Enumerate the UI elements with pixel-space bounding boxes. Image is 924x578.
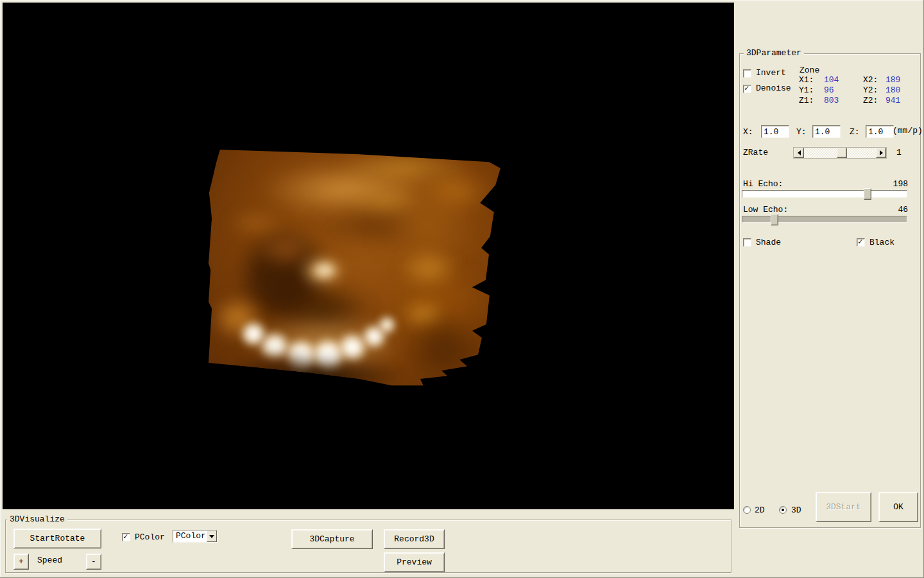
shade-label: Shade xyxy=(756,238,781,247)
arrow-left-icon xyxy=(795,150,801,155)
zone-x2-value: 189 xyxy=(886,75,900,85)
low-echo-slider-thumb[interactable] xyxy=(771,214,778,225)
start-3d-button[interactable]: 3DStart xyxy=(816,492,871,522)
zone-z2-label: Z2: xyxy=(863,96,878,105)
zone-z1-label: Z1: xyxy=(799,96,814,105)
scale-x-label: X: xyxy=(743,127,753,137)
mode-2d-label: 2D xyxy=(755,505,765,515)
zone-z1-value: 803 xyxy=(824,96,839,105)
pcolor-label: PColor xyxy=(135,532,165,542)
volume-texture-blob xyxy=(398,247,459,289)
zone-title: Zone xyxy=(800,66,819,75)
record-3d-button[interactable]: Record3D xyxy=(384,529,445,549)
capture-3d-button[interactable]: 3DCapture xyxy=(291,529,373,549)
volume-texture-blob xyxy=(228,356,407,395)
mode-3d-label: 3D xyxy=(791,505,801,515)
speed-increase-button[interactable]: + xyxy=(13,554,29,570)
ok-button[interactable]: OK xyxy=(878,492,918,522)
chevron-down-icon xyxy=(209,535,214,541)
denoise-checkbox[interactable] xyxy=(743,85,751,93)
zrate-value: 1 xyxy=(896,148,902,157)
scale-unit-label: (mm/p) xyxy=(893,126,923,136)
scale-z-input[interactable] xyxy=(866,125,894,138)
parameter-groupbox: 3DParameter Invert Denoise Zone X1: 104 … xyxy=(739,53,921,528)
speed-decrease-button[interactable]: - xyxy=(86,554,101,570)
scale-y-label: Y: xyxy=(796,127,807,137)
zone-y2-value: 180 xyxy=(886,85,900,95)
invert-checkbox[interactable] xyxy=(743,69,751,78)
parameter-groupbox-title: 3DParameter xyxy=(744,48,804,58)
low-echo-value: 46 xyxy=(875,205,908,215)
zone-y1-value: 96 xyxy=(824,85,834,95)
render-viewport[interactable] xyxy=(3,3,734,509)
application-window: { "viewport": { "description": "3D ultra… xyxy=(0,0,924,578)
visualize-groupbox-title: 3DVisualize xyxy=(7,514,67,524)
zrate-scroll-right-button[interactable] xyxy=(876,148,886,158)
zone-y1-label: Y1: xyxy=(799,85,814,95)
hi-echo-slider-thumb[interactable] xyxy=(864,188,871,200)
pcolor-select-drop-button[interactable] xyxy=(207,530,217,542)
hi-echo-slider[interactable] xyxy=(742,190,907,198)
scale-z-label: Z: xyxy=(850,127,860,137)
ultrasound-volume-render xyxy=(209,148,504,389)
hi-echo-label: Hi Echo: xyxy=(743,179,783,189)
scale-y-input[interactable] xyxy=(812,125,841,138)
zrate-scroll-thumb[interactable] xyxy=(837,148,847,158)
volume-texture-blob xyxy=(311,260,338,281)
zone-x1-label: X1: xyxy=(799,75,814,85)
denoise-label: Denoise xyxy=(756,83,791,93)
arrow-right-icon xyxy=(880,150,886,155)
black-checkbox[interactable] xyxy=(857,238,865,247)
scale-x-input[interactable] xyxy=(761,125,789,138)
pcolor-select[interactable]: PColor xyxy=(173,530,218,543)
zone-x2-label: X2: xyxy=(863,75,878,85)
hi-echo-value: 198 xyxy=(875,179,908,189)
black-label: Black xyxy=(869,238,894,247)
volume-crescent-segment xyxy=(377,315,397,335)
start-rotate-button[interactable]: StartRotate xyxy=(13,529,101,548)
pcolor-select-value: PColor xyxy=(176,531,206,541)
volume-texture-blob xyxy=(401,308,484,385)
low-echo-label: Low Echo: xyxy=(743,205,788,215)
zone-z2-value: 941 xyxy=(886,96,900,105)
mode-3d-radio[interactable] xyxy=(779,506,787,514)
low-echo-slider[interactable] xyxy=(742,216,907,223)
invert-label: Invert xyxy=(756,68,786,78)
zrate-label: ZRate xyxy=(743,148,768,157)
speed-label: Speed xyxy=(37,556,62,565)
zone-x1-value: 104 xyxy=(824,75,839,85)
pcolor-checkbox[interactable] xyxy=(122,533,130,541)
zrate-scrollbar[interactable] xyxy=(793,147,887,159)
visualize-groupbox: 3DVisualize StartRotate PColor PColor 3D… xyxy=(5,520,732,573)
preview-button[interactable]: Preview xyxy=(384,552,445,572)
zone-y2-label: Y2: xyxy=(863,85,878,95)
shade-checkbox[interactable] xyxy=(743,238,751,247)
mode-2d-radio[interactable] xyxy=(743,506,751,514)
zrate-scroll-left-button[interactable] xyxy=(794,148,804,158)
